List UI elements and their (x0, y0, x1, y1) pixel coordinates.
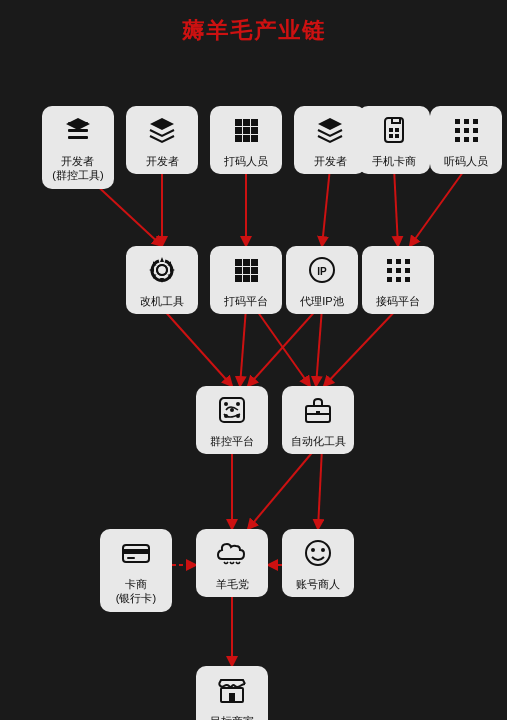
svg-rect-53 (243, 267, 250, 274)
svg-rect-62 (405, 259, 410, 264)
svg-rect-45 (464, 137, 469, 142)
svg-rect-56 (243, 275, 250, 282)
svg-rect-66 (387, 277, 392, 282)
svg-text:IP: IP (317, 266, 327, 277)
node-label: 开发者 (146, 154, 179, 168)
svg-rect-18 (68, 136, 88, 139)
node-automation: 自动化工具 (282, 386, 354, 454)
svg-rect-26 (235, 127, 242, 134)
layers-icon3 (314, 114, 346, 150)
layers-icon2 (146, 114, 178, 150)
node-code-listener: 听码人员 (430, 106, 502, 174)
cloud-icon (216, 537, 248, 573)
svg-line-13 (248, 448, 316, 529)
svg-rect-43 (473, 128, 478, 133)
svg-rect-51 (251, 259, 258, 266)
node-label: 开发者 (314, 154, 347, 168)
svg-rect-39 (464, 119, 469, 124)
node-label: 代理IP池 (300, 294, 343, 308)
svg-rect-40 (473, 119, 478, 124)
smiley-icon (302, 537, 334, 573)
node-card-seller: 卡商(银行卡) (100, 529, 172, 612)
svg-rect-24 (243, 119, 250, 126)
svg-rect-85 (229, 693, 235, 702)
node-developer-qunkong: 开发者(群控工具) (42, 106, 114, 189)
card-icon (120, 537, 152, 573)
svg-line-7 (240, 308, 246, 386)
node-target-merchant: 目标商家 (196, 666, 268, 720)
svg-rect-28 (251, 127, 258, 134)
node-label: 目标商家 (210, 714, 254, 720)
svg-rect-41 (455, 128, 460, 133)
svg-rect-61 (396, 259, 401, 264)
node-developer2: 开发者 (294, 106, 366, 174)
svg-line-11 (324, 308, 398, 386)
svg-point-71 (236, 402, 240, 406)
node-label: 群控平台 (210, 434, 254, 448)
svg-rect-44 (455, 137, 460, 142)
node-label: 账号商人 (296, 577, 340, 591)
dice-icon (216, 394, 248, 430)
node-developer: 开发者 (126, 106, 198, 174)
svg-rect-37 (395, 134, 399, 138)
node-label: 打码人员 (224, 154, 268, 168)
svg-rect-38 (455, 119, 460, 124)
svg-line-4 (394, 168, 398, 246)
node-group-control: 群控平台 (196, 386, 268, 454)
svg-line-14 (318, 448, 322, 529)
svg-line-3 (322, 168, 330, 246)
svg-rect-79 (123, 549, 149, 554)
node-label: 开发者(群控工具) (52, 154, 103, 183)
svg-rect-27 (243, 127, 250, 134)
svg-point-81 (306, 541, 330, 565)
svg-rect-23 (235, 119, 242, 126)
svg-rect-49 (235, 259, 242, 266)
layers-icon (62, 114, 94, 150)
dots-icon2 (382, 254, 414, 290)
svg-rect-57 (251, 275, 258, 282)
grid-icon (230, 114, 262, 150)
svg-rect-60 (387, 259, 392, 264)
svg-rect-34 (389, 128, 393, 132)
svg-rect-52 (235, 267, 242, 274)
node-sim-seller: 手机卡商 (358, 106, 430, 174)
svg-marker-22 (150, 118, 174, 130)
svg-rect-50 (243, 259, 250, 266)
node-modify-tool: 改机工具 (126, 246, 198, 314)
node-code-platform: 接码平台 (362, 246, 434, 314)
svg-rect-42 (464, 128, 469, 133)
svg-rect-36 (389, 134, 393, 138)
node-captcha-platform: 打码平台 (210, 246, 282, 314)
diagram: 开发者(群控工具) 开发者 打码人员 (0, 46, 507, 720)
node-proxy-ip: IP 代理IP池 (286, 246, 358, 314)
svg-rect-55 (235, 275, 242, 282)
gear-icon (146, 254, 178, 290)
svg-line-9 (248, 308, 318, 386)
page-title: 薅羊毛产业链 (0, 0, 507, 46)
svg-line-8 (255, 308, 310, 386)
svg-rect-63 (387, 268, 392, 273)
node-captcha-person: 打码人员 (210, 106, 282, 174)
dots-icon (450, 114, 482, 150)
svg-line-6 (162, 308, 232, 386)
svg-marker-21 (66, 118, 90, 130)
svg-line-5 (410, 168, 466, 246)
node-label: 羊毛党 (216, 577, 249, 591)
ip-icon: IP (306, 254, 338, 290)
svg-rect-35 (395, 128, 399, 132)
svg-point-48 (157, 265, 167, 275)
svg-rect-64 (396, 268, 401, 273)
svg-point-70 (224, 402, 228, 406)
svg-point-74 (230, 408, 234, 412)
grid-icon2 (230, 254, 262, 290)
node-label: 改机工具 (140, 294, 184, 308)
node-wool-party: 羊毛党 (196, 529, 268, 597)
svg-rect-54 (251, 267, 258, 274)
node-label: 自动化工具 (291, 434, 346, 448)
svg-rect-46 (473, 137, 478, 142)
svg-line-10 (316, 308, 322, 386)
svg-rect-29 (235, 135, 242, 142)
svg-rect-30 (243, 135, 250, 142)
svg-point-82 (311, 548, 315, 552)
simcard-icon (378, 114, 410, 150)
